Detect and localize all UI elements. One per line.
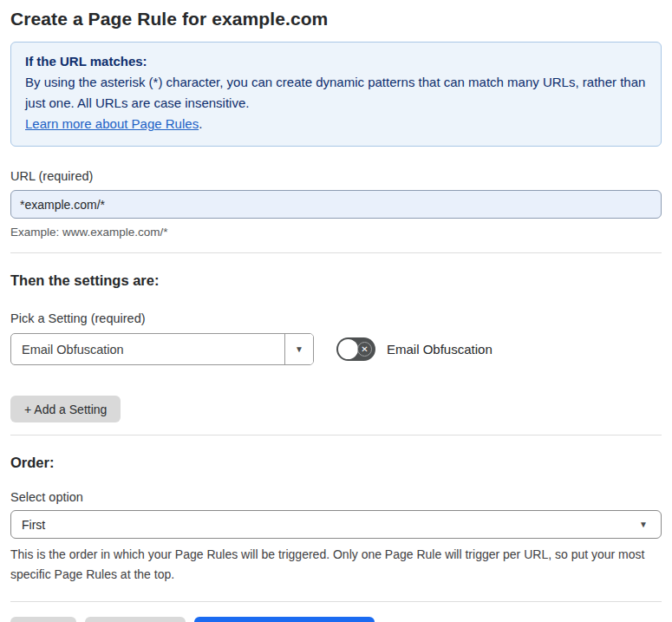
create-page-rule-form: Create a Page Rule for example.com If th… <box>0 9 672 622</box>
url-input[interactable] <box>10 190 662 219</box>
info-box-body: By using the asterisk (*) character, you… <box>25 72 647 114</box>
save-and-deploy-button[interactable]: Save and Deploy Page Rule <box>194 617 375 622</box>
order-help-text: This is the order in which your Page Rul… <box>10 545 662 584</box>
cancel-button[interactable]: Cancel <box>10 617 76 622</box>
setting-dropdown-value: Email Obfuscation <box>11 334 284 364</box>
link-period: . <box>199 116 202 131</box>
save-as-draft-button[interactable]: Save as Draft <box>85 617 186 622</box>
info-box-link-line: Learn more about Page Rules. <box>25 114 647 134</box>
url-example-text: Example: www.example.com/* <box>10 226 662 239</box>
divider <box>10 601 662 602</box>
add-setting-button[interactable]: + Add a Setting <box>10 396 121 422</box>
settings-section-heading: Then the settings are: <box>10 272 662 289</box>
dropdown-arrow-icon[interactable]: ▼ <box>284 334 313 364</box>
select-chevron-icon: ▼ <box>639 519 648 528</box>
divider <box>10 252 662 253</box>
divider <box>10 435 662 435</box>
email-obfuscation-toggle[interactable]: ✕ <box>336 337 375 361</box>
page-title: Create a Page Rule for example.com <box>10 9 662 29</box>
toggle-label: Email Obfuscation <box>387 342 493 357</box>
pick-setting-label: Pick a Setting (required) <box>10 311 662 325</box>
order-select-value: First <box>22 518 45 532</box>
toggle-off-x-icon: ✕ <box>357 342 372 357</box>
order-section-heading: Order: <box>10 455 662 471</box>
order-select-label: Select option <box>10 490 662 504</box>
email-obfuscation-toggle-group: ✕ Email Obfuscation <box>336 337 493 361</box>
url-match-info-box: If the URL matches: By using the asteris… <box>10 42 662 147</box>
order-select[interactable]: First ▼ <box>10 510 662 539</box>
toggle-knob <box>338 339 358 359</box>
learn-more-link[interactable]: Learn more about Page Rules <box>25 116 199 131</box>
info-box-heading: If the URL matches: <box>25 51 647 72</box>
url-field-label: URL (required) <box>10 169 662 183</box>
footer-actions: Cancel Save as Draft Save and Deploy Pag… <box>10 617 662 622</box>
setting-controls-row: Email Obfuscation ▼ ✕ Email Obfuscation <box>10 333 662 365</box>
setting-dropdown[interactable]: Email Obfuscation ▼ <box>10 333 314 365</box>
